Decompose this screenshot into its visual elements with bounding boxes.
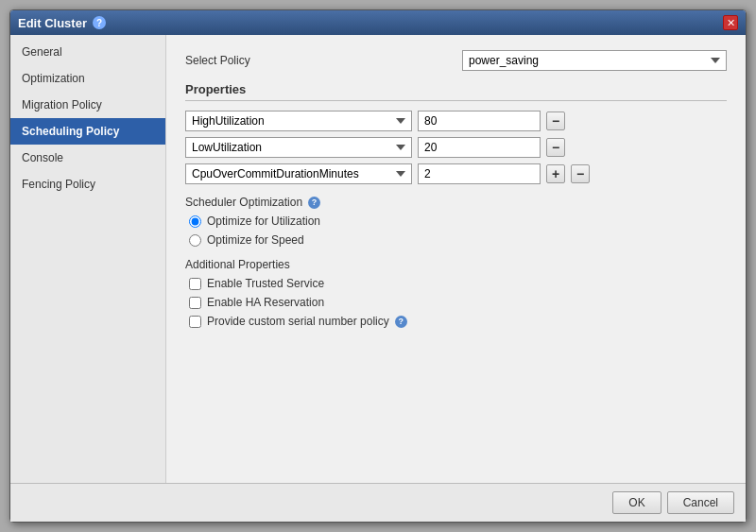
properties-section: Properties HighUtilization − Low	[185, 82, 727, 184]
sidebar-item-migration-policy[interactable]: Migration Policy	[10, 92, 165, 118]
footer: OK Cancel	[10, 483, 746, 522]
title-bar-left: Edit Cluster ?	[18, 16, 106, 30]
main-content: Select Policy power_saving vm_evenly_dis…	[166, 35, 746, 483]
radio-optimize-utilization[interactable]	[189, 215, 201, 228]
close-button[interactable]: ✕	[723, 15, 738, 30]
scheduler-help-icon[interactable]: ?	[308, 197, 320, 209]
sidebar-item-general[interactable]: General	[10, 39, 165, 65]
properties-header: Properties	[185, 82, 727, 101]
prop-value-low-utilization[interactable]	[418, 137, 541, 158]
prop-select-low-utilization[interactable]: LowUtilization	[185, 137, 412, 158]
checkbox-enable-trusted[interactable]	[189, 278, 201, 290]
dialog-content: General Optimization Migration Policy Sc…	[10, 35, 746, 483]
scheduler-label-row: Scheduler Optimization ?	[185, 196, 727, 209]
checkbox-enable-ha[interactable]	[189, 297, 201, 309]
policy-row: Select Policy power_saving vm_evenly_dis…	[185, 50, 727, 71]
sidebar-item-console[interactable]: Console	[10, 145, 165, 171]
minus-button-low-utilization[interactable]: −	[546, 138, 565, 157]
prop-select-wrapper-low: LowUtilization	[185, 137, 412, 158]
title-bar: Edit Cluster ? ✕	[10, 10, 746, 35]
checkbox-custom-serial[interactable]	[189, 316, 201, 328]
checkbox-row-enable-ha: Enable HA Reservation	[185, 296, 727, 309]
dialog-help-icon[interactable]: ?	[93, 16, 106, 29]
additional-section: Additional Properties Enable Trusted Ser…	[185, 258, 727, 328]
additional-properties-label: Additional Properties	[185, 258, 727, 271]
checkbox-row-custom-serial: Provide custom serial number policy ?	[185, 315, 727, 328]
minus-button-cpu-overcommit[interactable]: −	[571, 164, 590, 183]
prop-value-high-utilization[interactable]	[418, 111, 541, 131]
sidebar-item-optimization[interactable]: Optimization	[10, 65, 165, 92]
custom-serial-help-icon[interactable]: ?	[395, 316, 407, 328]
checkbox-label-enable-ha[interactable]: Enable HA Reservation	[207, 296, 324, 309]
radio-row-optimize-speed: Optimize for Speed	[185, 233, 727, 247]
scheduler-optimization-label: Scheduler Optimization	[185, 196, 302, 209]
ok-button[interactable]: OK	[612, 491, 661, 514]
prop-select-cpu-overcommit[interactable]: CpuOverCommitDurationMinutes	[185, 163, 412, 184]
prop-select-high-utilization[interactable]: HighUtilization	[185, 111, 412, 131]
prop-select-wrapper-high: HighUtilization	[185, 111, 412, 131]
policy-select[interactable]: power_saving vm_evenly_distributed evenl…	[462, 50, 727, 71]
sidebar: General Optimization Migration Policy Sc…	[10, 35, 166, 483]
scheduler-section: Scheduler Optimization ? Optimize for Ut…	[185, 196, 727, 247]
property-row-cpu-overcommit: CpuOverCommitDurationMinutes + −	[185, 163, 727, 184]
select-policy-label: Select Policy	[185, 54, 280, 67]
radio-label-optimize-utilization[interactable]: Optimize for Utilization	[207, 215, 320, 228]
sidebar-item-fencing-policy[interactable]: Fencing Policy	[10, 171, 165, 197]
prop-value-cpu-overcommit[interactable]	[418, 163, 541, 184]
checkbox-row-enable-trusted: Enable Trusted Service	[185, 277, 727, 290]
minus-button-high-utilization[interactable]: −	[546, 112, 565, 130]
prop-select-wrapper-cpu: CpuOverCommitDurationMinutes	[185, 163, 412, 184]
radio-optimize-speed[interactable]	[189, 234, 201, 247]
edit-cluster-dialog: Edit Cluster ? ✕ General Optimization Mi…	[9, 9, 747, 523]
sidebar-item-scheduling-policy[interactable]: Scheduling Policy	[10, 118, 165, 145]
cancel-button[interactable]: Cancel	[667, 491, 734, 514]
policy-select-wrapper: power_saving vm_evenly_distributed evenl…	[462, 50, 727, 71]
radio-label-optimize-speed[interactable]: Optimize for Speed	[207, 233, 304, 247]
radio-row-optimize-utilization: Optimize for Utilization	[185, 215, 727, 228]
checkbox-label-enable-trusted[interactable]: Enable Trusted Service	[207, 277, 324, 290]
plus-button-cpu-overcommit[interactable]: +	[546, 164, 565, 183]
dialog-title: Edit Cluster	[18, 16, 87, 30]
property-row-high-utilization: HighUtilization −	[185, 111, 727, 131]
property-row-low-utilization: LowUtilization −	[185, 137, 727, 158]
checkbox-label-custom-serial[interactable]: Provide custom serial number policy	[207, 315, 389, 328]
